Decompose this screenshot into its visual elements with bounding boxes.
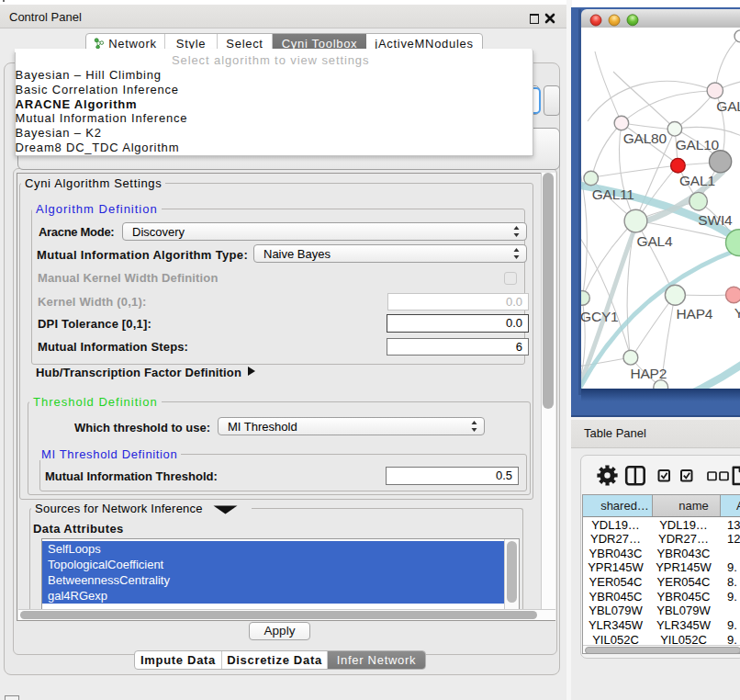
svg-text:GCY1: GCY1 bbox=[581, 309, 619, 324]
svg-text:GAL4: GAL4 bbox=[637, 233, 673, 249]
svg-text:GAL1: GAL1 bbox=[679, 173, 715, 188]
svg-text:YJ: YJ bbox=[734, 305, 740, 321]
svg-text:GAL80: GAL80 bbox=[623, 130, 667, 146]
svg-text:HAP2: HAP2 bbox=[630, 366, 667, 381]
svg-text:SWI4: SWI4 bbox=[698, 212, 733, 228]
svg-text:GAL10: GAL10 bbox=[676, 137, 720, 152]
svg-text:GAL11: GAL11 bbox=[592, 186, 634, 202]
svg-text:GAL80: GAL80 bbox=[716, 98, 740, 114]
svg-text:HAP4: HAP4 bbox=[677, 306, 713, 322]
